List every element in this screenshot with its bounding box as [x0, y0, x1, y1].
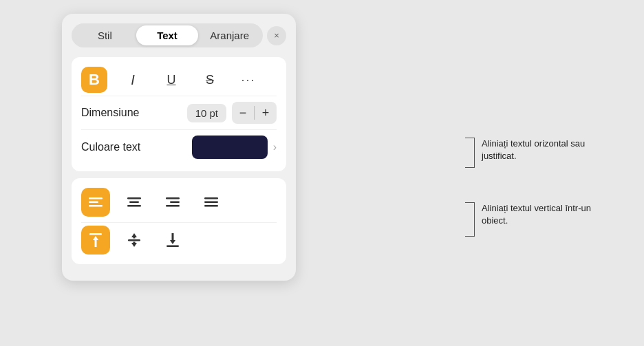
svg-marker-13 [93, 236, 98, 247]
svg-marker-16 [131, 242, 137, 248]
more-options-button[interactable]: ··· [235, 67, 261, 93]
align-justify-button[interactable] [197, 188, 226, 217]
strikethrough-icon: S [206, 73, 214, 87]
format-row: B I U S ··· [81, 64, 277, 96]
horizontal-annotation-text: Aliniați textul orizontal sau justificat… [482, 138, 616, 162]
strikethrough-button[interactable]: S [197, 67, 223, 93]
underline-button[interactable]: U [158, 67, 184, 93]
formatting-section: B I U S ··· Dimensiune 10 pt − [72, 57, 286, 171]
svg-rect-7 [170, 202, 180, 204]
svg-marker-18 [170, 233, 175, 244]
svg-rect-4 [129, 202, 139, 204]
color-label: Culoare text [81, 141, 192, 153]
close-button[interactable]: × [267, 26, 286, 45]
horizontal-annotation: Aliniați textul orizontal sau justificat… [465, 138, 616, 168]
tabs-container: Stil Text Aranjare [72, 23, 263, 47]
vertical-bracket [465, 202, 475, 237]
underline-icon: U [167, 73, 176, 87]
vertical-annotation-text: Aliniați textul vertical într-un obiect. [482, 202, 616, 227]
dimension-label: Dimensiune [81, 107, 187, 119]
color-row: Culoare text › [81, 129, 277, 164]
align-left-button[interactable] [81, 188, 110, 217]
tab-stil[interactable]: Stil [74, 25, 136, 45]
tab-text[interactable]: Text [136, 25, 199, 45]
chevron-right-icon[interactable]: › [273, 141, 277, 153]
dimension-row: Dimensiune 10 pt − + [81, 96, 277, 129]
align-center-icon [126, 195, 142, 209]
horizontal-align-row [81, 185, 277, 219]
svg-rect-5 [127, 205, 141, 207]
valign-bottom-button[interactable] [158, 226, 187, 255]
increment-button[interactable]: + [255, 102, 277, 124]
tab-bar-wrapper: Stil Text Aranjare × [72, 23, 286, 47]
valign-middle-icon [126, 232, 142, 248]
italic-button[interactable]: I [120, 67, 146, 93]
horizontal-bracket [465, 138, 475, 168]
svg-rect-6 [166, 197, 180, 199]
dimension-value: 10 pt [187, 104, 226, 122]
vertical-align-row [81, 222, 277, 257]
italic-icon: I [131, 72, 135, 88]
svg-rect-2 [89, 205, 103, 207]
svg-rect-12 [89, 233, 102, 235]
valign-top-icon [87, 232, 104, 248]
svg-rect-9 [204, 197, 218, 199]
align-left-icon [87, 195, 104, 209]
format-panel: Stil Text Aranjare × B I U S [62, 14, 296, 281]
svg-rect-14 [128, 239, 140, 241]
svg-rect-11 [204, 205, 218, 207]
valign-top-button[interactable] [81, 226, 110, 255]
align-right-button[interactable] [158, 188, 187, 217]
bold-button[interactable]: B [81, 67, 107, 93]
align-right-icon [164, 195, 181, 209]
dimension-stepper: − + [232, 102, 277, 124]
decrement-button[interactable]: − [232, 102, 254, 124]
bracket-line-horizontal [465, 138, 475, 168]
align-justify-icon [203, 195, 219, 209]
tab-aranjare[interactable]: Aranjare [198, 25, 261, 45]
bold-icon: B [89, 71, 100, 89]
svg-rect-0 [89, 197, 103, 199]
svg-rect-1 [89, 202, 98, 204]
alignment-section [72, 178, 286, 264]
valign-middle-button[interactable] [120, 226, 149, 255]
bracket-line-vertical [465, 202, 475, 237]
svg-rect-10 [204, 202, 218, 204]
valign-bottom-icon [164, 232, 181, 248]
svg-rect-17 [167, 246, 179, 248]
more-icon: ··· [241, 73, 255, 87]
align-center-button[interactable] [120, 188, 149, 217]
annotations-container: Aliniați textul orizontal sau justificat… [465, 138, 616, 237]
svg-rect-3 [127, 197, 141, 199]
svg-rect-8 [166, 205, 180, 207]
color-swatch[interactable] [192, 136, 268, 159]
vertical-annotation: Aliniați textul vertical într-un obiect. [465, 202, 616, 237]
svg-marker-15 [131, 233, 137, 239]
